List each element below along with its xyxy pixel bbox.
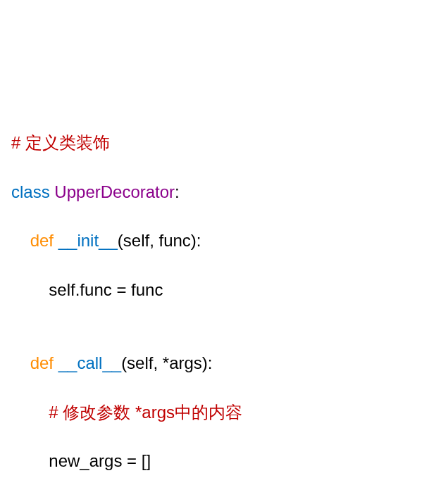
code-line-4: self.func = func xyxy=(11,278,418,303)
comment: # 定义类装饰 xyxy=(11,133,110,152)
keyword-in: in xyxy=(116,500,129,504)
indent xyxy=(11,403,49,422)
params: (self, func): xyxy=(118,231,201,250)
code-line-9: for i, arg in enumerate(args): xyxy=(11,498,418,504)
class-name: UpperDecorator xyxy=(50,182,175,201)
body: new_args = [] xyxy=(11,451,151,470)
punct: : xyxy=(175,182,180,201)
indent xyxy=(11,353,30,372)
code-line-6: def __call__(self, *args): xyxy=(11,351,418,376)
code-line-8: new_args = [] xyxy=(11,449,418,474)
keyword-def: def xyxy=(30,231,54,250)
indent xyxy=(11,500,49,504)
code-block: # 定义类装饰 class UpperDecorator: def __init… xyxy=(11,106,418,504)
func-init: __init__ xyxy=(54,231,118,250)
comment: # 修改参数 *args中的内容 xyxy=(49,403,242,422)
code-line-7: # 修改参数 *args中的内容 xyxy=(11,401,418,425)
params: (self, *args): xyxy=(121,353,212,372)
builtin-enumerate: enumerate xyxy=(129,500,214,504)
mid: i, arg xyxy=(68,500,116,504)
code-line-3: def __init__(self, func): xyxy=(11,229,418,253)
func-call: __call__ xyxy=(54,353,121,372)
end: (args): xyxy=(214,500,263,504)
code-line-1: # 定义类装饰 xyxy=(11,131,418,156)
keyword-class: class xyxy=(11,182,50,201)
keyword-for: for xyxy=(49,500,68,504)
indent xyxy=(11,231,30,250)
code-line-2: class UpperDecorator: xyxy=(11,180,418,205)
keyword-def: def xyxy=(30,353,54,372)
body: self.func = func xyxy=(11,280,163,299)
